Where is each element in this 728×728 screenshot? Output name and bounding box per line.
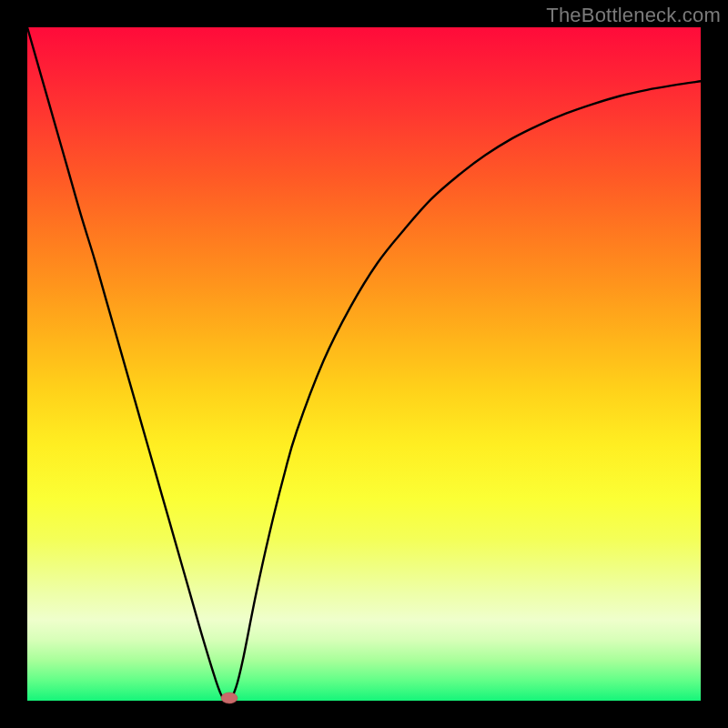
chart-frame: TheBottleneck.com: [0, 0, 728, 728]
minimum-marker: [221, 693, 238, 703]
watermark-text: TheBottleneck.com: [546, 4, 721, 27]
curve-svg: [27, 27, 701, 701]
bottleneck-curve: [27, 27, 701, 702]
plot-area: [27, 27, 701, 701]
